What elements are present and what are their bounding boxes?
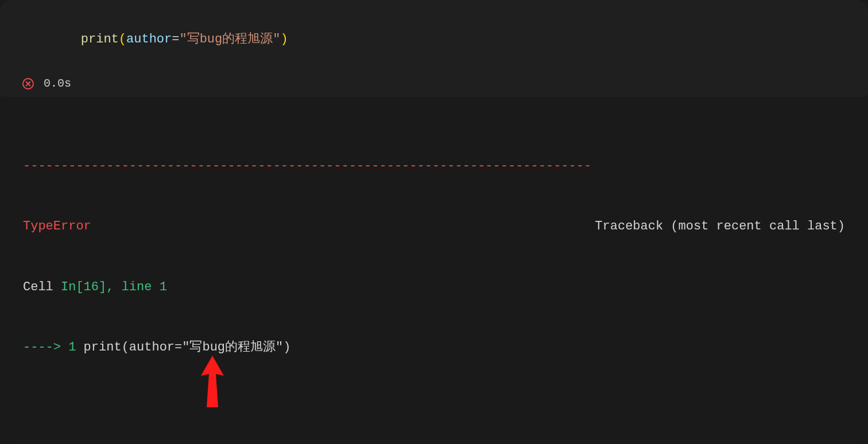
paren-open: ( — [119, 32, 126, 46]
traceback-code-line: ----> 1 print(author="写bug的程旭源") — [23, 337, 845, 357]
function-name: print — [81, 32, 119, 46]
execution-time: 0.0s — [44, 77, 71, 90]
cell-ref: In[16], line 1 — [61, 280, 167, 294]
paren-close: ) — [280, 32, 288, 46]
keyword-arg: author — [126, 32, 172, 46]
traceback-arrow: ----> — [23, 340, 68, 355]
traceback-lineno: 1 — [68, 340, 76, 355]
traceback-label: Traceback (most recent call last) — [595, 216, 845, 236]
cell-prefix: Cell — [23, 280, 61, 294]
code-cell-1[interactable]: print(author="写bug的程旭源") 0.0s — [0, 0, 868, 97]
error-output: ----------------------------------------… — [0, 98, 868, 444]
blank-line — [23, 398, 845, 418]
error-type: TypeError — [23, 219, 91, 233]
traceback-header: TypeErrorTraceback (most recent call las… — [23, 216, 845, 236]
string-literal: "写bug的程旭源" — [179, 32, 280, 46]
traceback-code: print(author="写bug的程旭源") — [76, 340, 290, 355]
execution-status: 0.0s — [0, 77, 868, 90]
traceback-cell-ref: Cell In[16], line 1 — [23, 277, 845, 297]
traceback-separator: ----------------------------------------… — [23, 156, 845, 176]
code-line[interactable]: print(author="写bug的程旭源") — [0, 10, 868, 69]
error-icon — [22, 77, 34, 90]
operator: = — [172, 32, 179, 46]
